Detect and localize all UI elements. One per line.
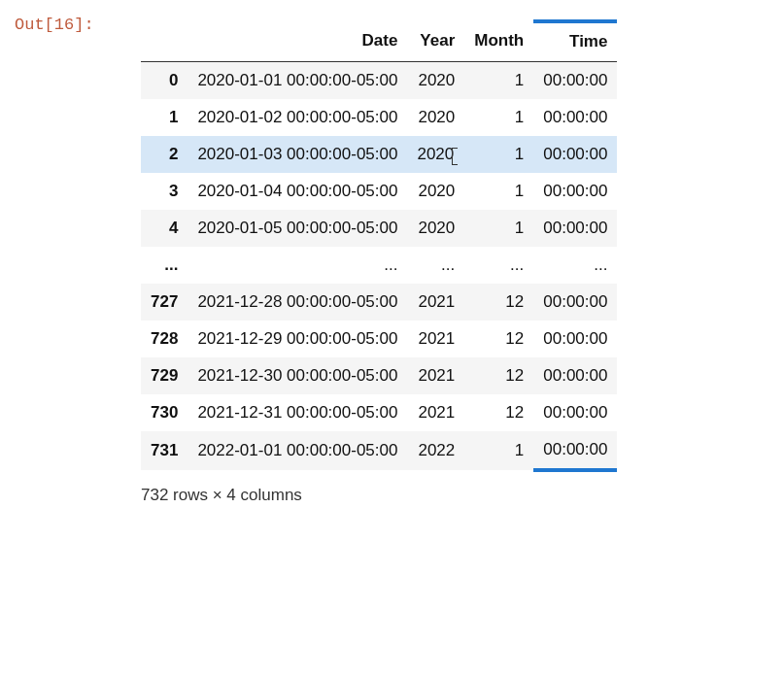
row-index: 727 [141,284,187,321]
cell-year: 2021 [407,394,464,431]
row-index: 3 [141,173,187,210]
row-index: 728 [141,321,187,357]
cell-month: 1 [464,431,533,470]
dataframe-table[interactable]: Date Year Month Time 0 2020-01-01 00:00:… [141,19,617,472]
cell-year: 2021 [407,321,464,357]
cell-month: 1 [464,136,533,173]
row-index: 730 [141,394,187,431]
table-row[interactable]: 2 2020-01-03 00:00:00-05:00 2020 1 00:00… [141,136,617,173]
table-row[interactable]: 4 2020-01-05 00:00:00-05:00 2020 1 00:00… [141,210,617,247]
table-row[interactable]: 727 2021-12-28 00:00:00-05:00 2021 12 00… [141,284,617,321]
table-row[interactable]: 731 2022-01-01 00:00:00-05:00 2022 1 00:… [141,431,617,470]
cell-year: 2022 [407,431,464,470]
col-month: Month [464,21,533,62]
header-row: Date Year Month Time [141,21,617,62]
cell-date: 2021-12-29 00:00:00-05:00 [187,321,407,357]
cell-time: 00:00:00 [533,62,617,100]
cell-date: 2022-01-01 00:00:00-05:00 [187,431,407,470]
cell-month: 12 [464,357,533,394]
row-index: 731 [141,431,187,470]
cell-year: 2021 [407,284,464,321]
col-time: Time [533,21,617,62]
table-row[interactable]: 730 2021-12-31 00:00:00-05:00 2021 12 00… [141,394,617,431]
table-row[interactable]: 3 2020-01-04 00:00:00-05:00 2020 1 00:00… [141,173,617,210]
table-row[interactable]: 1 2020-01-02 00:00:00-05:00 2020 1 00:00… [141,99,617,136]
row-index: 2 [141,136,187,173]
cell-month: ... [464,247,533,284]
cell-month: 12 [464,321,533,357]
table-row[interactable]: 0 2020-01-01 00:00:00-05:00 2020 1 00:00… [141,62,617,100]
table-row: ... ... ... ... ... [141,247,617,284]
cell-year: ... [407,247,464,284]
row-index: 1 [141,99,187,136]
dataframe-footer: 732 rows × 4 columns [141,486,769,505]
cell-month: 1 [464,210,533,247]
output-prompt: Out[16]: [15,16,94,34]
cell-year: 2020 [407,173,464,210]
cell-date: ... [187,247,407,284]
cell-time: 00:00:00 [533,136,617,173]
cell-date: 2020-01-05 00:00:00-05:00 [187,210,407,247]
cell-year: 2021 [407,357,464,394]
table-row[interactable]: 729 2021-12-30 00:00:00-05:00 2021 12 00… [141,357,617,394]
cell-date: 2020-01-02 00:00:00-05:00 [187,99,407,136]
cell-time: 00:00:00 [533,357,617,394]
cell-year: 2020 [407,62,464,100]
cell-date: 2020-01-04 00:00:00-05:00 [187,173,407,210]
cell-month: 1 [464,99,533,136]
row-index: ... [141,247,187,284]
cell-year: 2020 [407,210,464,247]
cell-date: 2020-01-01 00:00:00-05:00 [187,62,407,100]
cell-time: 00:00:00 [533,321,617,357]
cell-time: 00:00:00 [533,394,617,431]
cell-month: 1 [464,173,533,210]
cell-month: 12 [464,394,533,431]
cell-month: 1 [464,62,533,100]
col-index [141,21,187,62]
cell-time: 00:00:00 [533,99,617,136]
cell-date: 2020-01-03 00:00:00-05:00 [187,136,407,173]
cell-date: 2021-12-31 00:00:00-05:00 [187,394,407,431]
col-year: Year [407,21,464,62]
row-index: 4 [141,210,187,247]
cell-month: 12 [464,284,533,321]
cell-time: 00:00:00 [533,431,617,470]
cell-time: ... [533,247,617,284]
cell-date: 2021-12-28 00:00:00-05:00 [187,284,407,321]
output-area: Date Year Month Time 0 2020-01-01 00:00:… [141,19,769,505]
col-date: Date [187,21,407,62]
cell-year: 2020 [407,99,464,136]
row-index: 0 [141,62,187,100]
cell-time: 00:00:00 [533,284,617,321]
table-row[interactable]: 728 2021-12-29 00:00:00-05:00 2021 12 00… [141,321,617,357]
cell-time: 00:00:00 [533,210,617,247]
cell-date: 2021-12-30 00:00:00-05:00 [187,357,407,394]
row-index: 729 [141,357,187,394]
cell-time: 00:00:00 [533,173,617,210]
text-cursor-icon [454,148,455,163]
cell-year: 2020 [407,136,464,173]
